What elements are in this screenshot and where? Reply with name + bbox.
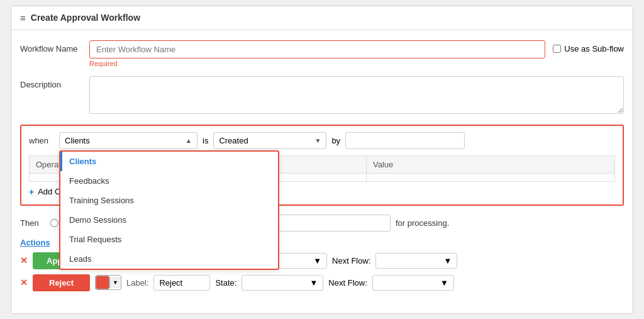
- modal-body: Workflow Name Required Use as Sub-flow D…: [11, 30, 633, 300]
- reject-label-input[interactable]: [153, 275, 210, 291]
- workflow-name-row: Workflow Name Required Use as Sub-flow: [20, 40, 624, 67]
- description-label: Description: [20, 76, 89, 89]
- is-label: is: [203, 136, 208, 145]
- radio-row: [50, 219, 58, 227]
- reject-nextflow-arrow: ▼: [440, 278, 448, 288]
- description-wrap: [89, 76, 624, 116]
- actions-link[interactable]: Actions: [20, 238, 50, 247]
- reject-nextflow-dropdown[interactable]: ▼: [372, 275, 454, 291]
- subflow-checkbox[interactable]: [553, 45, 561, 53]
- required-text: Required: [89, 60, 545, 67]
- value-col-header: Value: [366, 155, 614, 173]
- chevron-down-icon: ▼: [314, 137, 321, 144]
- menu-icon: ≡: [20, 13, 26, 23]
- clients-dropdown[interactable]: Clients ▲: [59, 132, 197, 149]
- subflow-wrap: Use as Sub-flow: [553, 40, 624, 53]
- reject-state-dropdown[interactable]: ▼: [242, 275, 323, 291]
- workflow-name-input[interactable]: [89, 40, 545, 59]
- clients-dropdown-wrap: Clients ▲ ClientsFeedbacksTraining Sessi…: [59, 132, 197, 149]
- remove-reject-btn[interactable]: ✕: [20, 277, 28, 288]
- reject-swatch-arrow: ▼: [109, 277, 121, 288]
- dropdown-item-clients[interactable]: Clients: [60, 152, 278, 171]
- approve-nextflow-text: Next Flow:: [332, 256, 370, 266]
- reject-swatch-btn[interactable]: ▼: [95, 275, 121, 290]
- dropdown-item-training-sessions[interactable]: Training Sessions: [60, 191, 278, 210]
- modal-header: ≡ Create Approval Workflow: [11, 6, 633, 30]
- description-row: Description: [20, 76, 624, 116]
- when-section: when Clients ▲ ClientsFeedbacksTraining …: [20, 125, 624, 206]
- dropdown-item-feedbacks[interactable]: Feedbacks: [60, 171, 278, 191]
- workflow-name-label: Workflow Name: [20, 40, 89, 53]
- when-row: when Clients ▲ ClientsFeedbacksTraining …: [29, 132, 615, 149]
- is-dropdown[interactable]: Created ▼: [213, 132, 326, 149]
- reject-color-swatch: [96, 276, 109, 289]
- modal-title: Create Approval Workflow: [31, 13, 140, 23]
- approve-nextflow-arrow: ▼: [444, 256, 452, 266]
- create-approval-workflow-modal: ≡ Create Approval Workflow Workflow Name…: [11, 6, 633, 314]
- workflow-name-wrap: Required: [89, 40, 545, 67]
- for-processing-text: for processing.: [396, 218, 449, 228]
- reject-state-text: State:: [215, 278, 236, 288]
- chevron-up-icon: ▲: [186, 137, 192, 144]
- reject-state-arrow: ▼: [309, 278, 318, 288]
- then-label: Then: [20, 218, 45, 228]
- by-label: by: [331, 136, 340, 145]
- action-row-reject: ✕ Reject ▼ Label: State: ▼ Next Flow: ▼: [20, 274, 624, 291]
- dropdown-item-trial-requests[interactable]: Trial Requests: [60, 230, 278, 249]
- is-value: Created: [219, 136, 248, 145]
- add-condition-btn[interactable]: +: [29, 187, 34, 197]
- remove-approve-btn[interactable]: ✕: [20, 255, 28, 266]
- entity-dropdown-menu: ClientsFeedbacksTraining SessionsDemo Se…: [59, 150, 279, 270]
- dropdown-item-demo-sessions[interactable]: Demo Sessions: [60, 210, 278, 230]
- when-label: when: [29, 136, 54, 145]
- description-textarea[interactable]: [89, 76, 624, 114]
- clients-selected-value: Clients: [65, 136, 90, 145]
- subflow-label: Use as Sub-flow: [564, 44, 624, 53]
- reject-label-text: Label:: [126, 278, 148, 288]
- reject-nextflow-text: Next Flow:: [328, 278, 367, 288]
- dropdown-item-leads[interactable]: Leads: [60, 249, 278, 269]
- then-radio[interactable]: [50, 219, 58, 227]
- approve-state-arrow: ▼: [313, 256, 321, 266]
- reject-button[interactable]: Reject: [33, 274, 90, 291]
- approve-nextflow-dropdown[interactable]: ▼: [375, 253, 457, 269]
- by-input[interactable]: [345, 132, 465, 149]
